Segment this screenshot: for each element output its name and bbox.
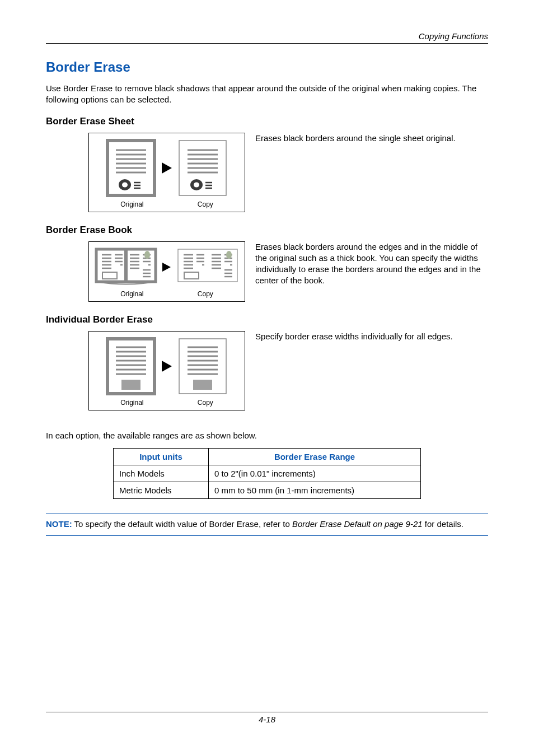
note-post: for details. (423, 519, 463, 529)
col-range-header: Border Erase Range (209, 448, 421, 465)
table-row: Metric Models 0 mm to 50 mm (in 1-mm inc… (114, 482, 421, 498)
sheet-diagram: Original Copy (88, 133, 245, 212)
individual-row: Original Copy Specify border erase width… (46, 331, 488, 410)
intro-text: Use Border Erase to remove black shadows… (46, 83, 488, 106)
svg-rect-48 (102, 272, 117, 279)
units-cell: Metric Models (114, 482, 209, 498)
svg-point-49 (144, 251, 150, 259)
book-row: Original Copy Erases black borders aroun… (46, 241, 488, 302)
header-rule (46, 43, 488, 44)
book-original-icon (95, 248, 157, 287)
note-pre: To specify the default width value of Bo… (72, 519, 292, 529)
right-arrow-icon (161, 161, 173, 175)
svg-point-21 (194, 182, 199, 187)
page-number: 4-18 (259, 715, 275, 724)
sheet-copy-icon (177, 139, 228, 197)
svg-rect-83 (121, 380, 140, 390)
book-copy-label: Copy (198, 290, 213, 298)
svg-rect-73 (184, 272, 199, 279)
table-row: Inch Models 0 to 2"(in 0.01" increments) (114, 465, 421, 482)
footer-rule (46, 712, 488, 712)
col-units-header: Input units (114, 448, 209, 465)
svg-rect-93 (193, 380, 212, 390)
book-diagram: Original Copy (88, 241, 245, 302)
note-label: NOTE: (46, 519, 72, 529)
book-copy-icon (176, 248, 239, 287)
page-title: Border Erase (46, 59, 488, 75)
book-desc: Erases black borders around the edges an… (255, 241, 488, 287)
individual-original-icon (106, 337, 156, 395)
ranges-intro: In each option, the available ranges are… (46, 431, 488, 440)
svg-point-74 (226, 251, 232, 259)
individual-copy-label: Copy (198, 399, 213, 407)
range-cell: 0 mm to 50 mm (in 1-mm increments) (209, 482, 421, 498)
sheet-original-label: Original (120, 200, 143, 208)
right-arrow-icon (161, 360, 173, 373)
sheet-original-icon (106, 139, 156, 197)
book-original-label: Original (120, 290, 143, 298)
range-table: Input units Border Erase Range Inch Mode… (113, 448, 421, 499)
individual-heading: Individual Border Erase (46, 314, 488, 325)
page-header: Copying Functions (46, 31, 488, 44)
book-diagram-inner (93, 248, 240, 287)
header-section-label: Copying Functions (46, 31, 488, 41)
individual-desc: Specify border erase widths individually… (255, 331, 488, 342)
svg-point-8 (122, 182, 128, 187)
note-block: NOTE: To specify the default width value… (46, 514, 488, 536)
page-footer: 4-18 (0, 712, 534, 725)
book-heading: Border Erase Book (46, 225, 488, 236)
svg-rect-26 (124, 249, 128, 282)
sheet-heading: Border Erase Sheet (46, 116, 488, 127)
individual-original-label: Original (120, 399, 143, 407)
note-link: Border Erase Default on page 9-21 (292, 519, 423, 529)
individual-copy-icon (177, 337, 228, 395)
svg-marker-50 (162, 263, 171, 272)
units-cell: Inch Models (114, 465, 209, 482)
right-arrow-icon (162, 262, 172, 273)
sheet-row: Original Copy Erases black borders aroun… (46, 133, 488, 212)
sheet-copy-label: Copy (198, 200, 213, 208)
svg-marker-12 (162, 162, 172, 174)
individual-diagram: Original Copy (88, 331, 245, 410)
individual-diagram-inner (93, 337, 240, 395)
sheet-desc: Erases black borders around the single s… (255, 133, 488, 144)
sheet-diagram-inner (93, 139, 240, 197)
svg-marker-84 (162, 361, 172, 372)
range-cell: 0 to 2"(in 0.01" increments) (209, 465, 421, 482)
table-header-row: Input units Border Erase Range (114, 448, 421, 465)
